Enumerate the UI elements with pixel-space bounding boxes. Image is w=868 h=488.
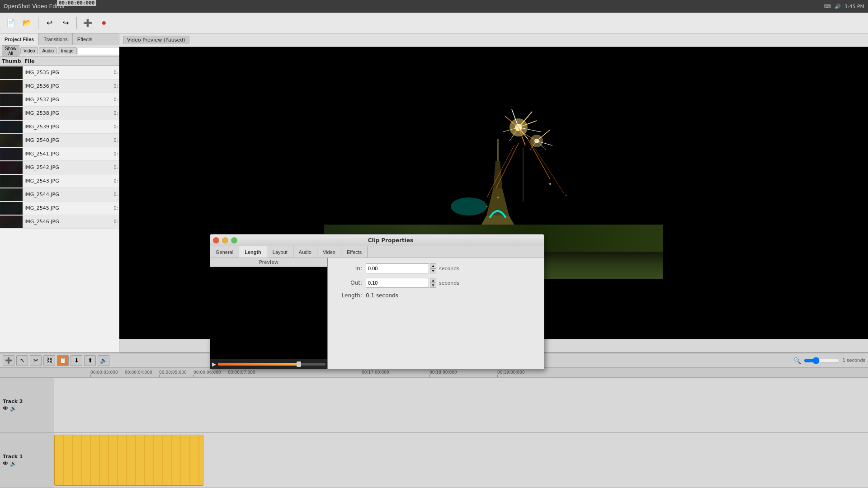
file-duration: 0:: [111, 192, 119, 197]
file-list-item[interactable]: IMG_2541.JPG 0:: [0, 147, 119, 161]
track-1-clip[interactable]: [54, 435, 203, 486]
filter-video[interactable]: Video: [20, 47, 38, 54]
ruler-mark: 00:00:07:000: [228, 370, 255, 377]
length-field-row: Length: 0.1 seconds: [335, 292, 537, 299]
tab-effects[interactable]: Effects: [73, 33, 97, 45]
new-project-button[interactable]: 📄: [4, 16, 18, 30]
in-spin-down[interactable]: ▼: [430, 268, 436, 273]
file-duration: 0:: [111, 70, 119, 75]
file-list-item[interactable]: IMG_2536.JPG 0:: [0, 80, 119, 93]
ruler-mark: 00:00:03:000: [90, 370, 118, 377]
file-list-item[interactable]: IMG_2543.JPG 0:: [0, 174, 119, 188]
length-label: Length:: [335, 292, 362, 299]
add-track-button[interactable]: ➕: [3, 355, 14, 366]
file-list-item[interactable]: IMG_2544.JPG 0:: [0, 188, 119, 202]
ruler-tick: [362, 375, 362, 377]
cp-tab-length[interactable]: Length: [239, 246, 267, 258]
clip-preview-video: [210, 267, 327, 359]
delete-button[interactable]: ●: [97, 16, 111, 30]
import-button[interactable]: ⬇: [71, 355, 82, 366]
filter-image[interactable]: Image: [58, 47, 77, 54]
export-button[interactable]: ⬆: [84, 355, 96, 366]
keyboard-icon: ⌨: [824, 4, 831, 9]
link-tool-button[interactable]: ⛓: [43, 355, 55, 366]
ruler-label: 00:00:07:000: [228, 370, 255, 375]
track-2-name: Track 2: [3, 399, 51, 404]
length-value: 0.1 seconds: [366, 292, 398, 299]
in-spin-up[interactable]: ▲: [430, 263, 436, 268]
zoom-icon: 🔍: [793, 357, 801, 364]
file-name: IMG_2546.JPG: [23, 219, 111, 225]
ruler-mark: 00:00:05:000: [159, 370, 187, 377]
clip-preview-label: Preview: [210, 258, 327, 267]
track-2-visibility-icon[interactable]: 👁: [3, 405, 8, 412]
file-list-item[interactable]: IMG_2538.JPG 0:: [0, 107, 119, 120]
file-name: IMG_2535.JPG: [23, 70, 111, 75]
ruler-label: 00:00:05:000: [159, 370, 187, 375]
tab-project-files[interactable]: Project Files: [0, 33, 39, 45]
track-1-audio-icon[interactable]: 🔊: [10, 460, 17, 467]
file-list-item[interactable]: IMG_2542.JPG 0:: [0, 161, 119, 174]
track-1-visibility-icon[interactable]: 👁: [3, 460, 8, 467]
redo-button[interactable]: ↪: [58, 16, 73, 30]
track-1-icons: 👁 🔊: [3, 460, 51, 467]
file-name: IMG_2541.JPG: [23, 151, 111, 157]
ruler-mark: 00:18:00:000: [429, 370, 457, 377]
ruler-label: 00:17:00:000: [362, 370, 389, 375]
toolbar-separator-2: [76, 17, 77, 29]
out-spin-down[interactable]: ▼: [430, 283, 436, 288]
cp-tab-audio[interactable]: Audio: [293, 246, 317, 258]
clip-preview-controls: ▶: [210, 359, 327, 369]
clip-progress-thumb: [297, 361, 301, 367]
add-button[interactable]: ➕: [80, 16, 95, 30]
file-thumb: [0, 188, 23, 201]
in-value-input[interactable]: [366, 263, 429, 273]
out-field-row: Out: ▲ ▼ seconds: [335, 278, 537, 288]
ruler-label: 00:18:00:000: [429, 370, 457, 375]
ruler-mark: 00:00:06:000: [193, 370, 221, 377]
file-list-item[interactable]: IMG_2545.JPG 0:: [0, 202, 119, 215]
file-name: IMG_2542.JPG: [23, 164, 111, 170]
file-name: IMG_2536.JPG: [23, 83, 111, 89]
timeline-time-display: 00:00:00:000: [57, 0, 96, 6]
clip-props-tabs: General Length Layout Audio Video Effect…: [210, 246, 544, 258]
file-thumb: [0, 161, 23, 174]
cp-tab-effects[interactable]: Effects: [341, 246, 368, 258]
volume-button[interactable]: 🔊: [98, 355, 109, 366]
dialog-maximize-button[interactable]: [231, 237, 237, 244]
dialog-minimize-button[interactable]: [222, 237, 228, 244]
track-2-content: [54, 378, 868, 432]
filter-audio[interactable]: Audio: [39, 47, 57, 54]
clip-progress-bar[interactable]: [218, 363, 326, 366]
file-list-item[interactable]: IMG_2540.JPG 0:: [0, 134, 119, 147]
file-list-item[interactable]: IMG_2535.JPG 0:: [0, 66, 119, 80]
out-value-input[interactable]: [366, 278, 429, 288]
tab-transitions[interactable]: Transitions: [39, 33, 72, 45]
cp-tab-layout[interactable]: Layout: [267, 246, 293, 258]
clip-play-button[interactable]: ▶: [212, 361, 216, 367]
cp-tab-video[interactable]: Video: [317, 246, 341, 258]
cp-tab-general[interactable]: General: [210, 246, 239, 258]
time-display: 3:45 PM: [844, 4, 864, 9]
filter-show-all[interactable]: Show All: [2, 45, 19, 57]
ruler-tick: [125, 375, 125, 377]
undo-button[interactable]: ↩: [42, 16, 57, 30]
file-list-item[interactable]: IMG_2539.JPG 0:: [0, 120, 119, 134]
track-2-icons: 👁 🔊: [3, 405, 51, 412]
file-list-item[interactable]: IMG_2546.JPG 0:: [0, 215, 119, 229]
file-thumb: [0, 94, 23, 106]
clip-props-fields: In: ▲ ▼ seconds Out: ▲ ▼: [328, 258, 544, 369]
open-project-button[interactable]: 📂: [20, 16, 34, 30]
file-name: IMG_2544.JPG: [23, 192, 111, 197]
out-spin-up[interactable]: ▲: [430, 278, 436, 283]
razor-tool-button[interactable]: ✂: [30, 355, 42, 366]
dialog-title: Clip Properties: [240, 237, 541, 244]
dialog-close-button[interactable]: [213, 237, 219, 244]
clip-tool-button[interactable]: 📋: [57, 355, 69, 366]
zoom-slider[interactable]: [804, 357, 840, 364]
ruler-label: 00:19:00:000: [497, 370, 525, 375]
app-title: OpenShot Video Editor: [4, 3, 824, 9]
file-list-item[interactable]: IMG_2537.JPG 0:: [0, 93, 119, 107]
pointer-tool-button[interactable]: ↖: [16, 355, 28, 366]
track-2-audio-icon[interactable]: 🔊: [10, 405, 17, 412]
